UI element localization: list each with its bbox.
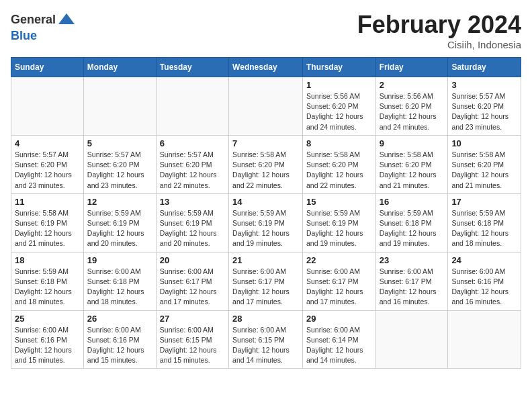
- day-number: 9: [380, 138, 445, 148]
- calendar-cell: 4Sunrise: 5:57 AM Sunset: 6:20 PM Daylig…: [11, 135, 84, 193]
- day-info: Sunrise: 5:58 AM Sunset: 6:19 PM Dayligh…: [15, 208, 80, 249]
- calendar-cell: 15Sunrise: 5:59 AM Sunset: 6:19 PM Dayli…: [302, 193, 375, 252]
- calendar-cell: 8Sunrise: 5:58 AM Sunset: 6:20 PM Daylig…: [302, 135, 375, 193]
- calendar-header-row: SundayMondayTuesdayWednesdayThursdayFrid…: [11, 58, 521, 77]
- day-info: Sunrise: 5:58 AM Sunset: 6:20 PM Dayligh…: [380, 150, 445, 191]
- day-info: Sunrise: 5:59 AM Sunset: 6:18 PM Dayligh…: [380, 208, 445, 249]
- day-info: Sunrise: 5:59 AM Sunset: 6:19 PM Dayligh…: [160, 208, 225, 249]
- day-number: 28: [232, 314, 299, 324]
- calendar-cell: 23Sunrise: 6:00 AM Sunset: 6:17 PM Dayli…: [375, 252, 448, 310]
- calendar-cell: 19Sunrise: 6:00 AM Sunset: 6:18 PM Dayli…: [83, 252, 156, 310]
- calendar-cell: 5Sunrise: 5:57 AM Sunset: 6:20 PM Daylig…: [83, 135, 156, 193]
- day-info: Sunrise: 5:57 AM Sunset: 6:20 PM Dayligh…: [160, 150, 225, 191]
- day-info: Sunrise: 5:59 AM Sunset: 6:19 PM Dayligh…: [232, 208, 299, 249]
- day-number: 3: [451, 80, 517, 90]
- logo-icon: [57, 11, 76, 30]
- day-info: Sunrise: 5:59 AM Sunset: 6:18 PM Dayligh…: [451, 208, 517, 249]
- calendar-cell: 1Sunrise: 5:56 AM Sunset: 6:20 PM Daylig…: [302, 77, 375, 136]
- calendar-cell: 14Sunrise: 5:59 AM Sunset: 6:19 PM Dayli…: [229, 193, 303, 252]
- calendar-cell: 17Sunrise: 5:59 AM Sunset: 6:18 PM Dayli…: [448, 193, 521, 252]
- calendar-cell: 21Sunrise: 6:00 AM Sunset: 6:17 PM Dayli…: [229, 252, 303, 310]
- day-number: 15: [306, 197, 372, 207]
- day-number: 22: [306, 255, 372, 265]
- day-number: 10: [451, 138, 517, 148]
- calendar-cell: 2Sunrise: 5:56 AM Sunset: 6:20 PM Daylig…: [375, 77, 448, 136]
- calendar-cell: 11Sunrise: 5:58 AM Sunset: 6:19 PM Dayli…: [11, 193, 84, 252]
- day-info: Sunrise: 5:57 AM Sunset: 6:20 PM Dayligh…: [451, 91, 517, 132]
- calendar-day-header: Friday: [375, 58, 448, 77]
- day-number: 25: [15, 314, 80, 324]
- logo: General Blue: [11, 11, 76, 43]
- calendar-day-header: Wednesday: [229, 58, 303, 77]
- day-info: Sunrise: 6:00 AM Sunset: 6:17 PM Dayligh…: [232, 267, 299, 308]
- calendar-cell: 12Sunrise: 5:59 AM Sunset: 6:19 PM Dayli…: [83, 193, 156, 252]
- calendar-cell: 22Sunrise: 6:00 AM Sunset: 6:17 PM Dayli…: [302, 252, 375, 310]
- day-number: 17: [451, 197, 517, 207]
- page-header: General Blue February 2024 Cisiih, Indon…: [11, 11, 521, 50]
- calendar-cell: 10Sunrise: 5:58 AM Sunset: 6:20 PM Dayli…: [448, 135, 521, 193]
- day-info: Sunrise: 6:00 AM Sunset: 6:18 PM Dayligh…: [87, 267, 152, 308]
- day-number: 29: [306, 314, 372, 324]
- calendar-week-row: 18Sunrise: 5:59 AM Sunset: 6:18 PM Dayli…: [11, 252, 521, 310]
- svg-marker-0: [58, 13, 75, 24]
- day-info: Sunrise: 6:00 AM Sunset: 6:16 PM Dayligh…: [451, 267, 517, 308]
- day-number: 14: [232, 197, 299, 207]
- calendar-cell: 6Sunrise: 5:57 AM Sunset: 6:20 PM Daylig…: [156, 135, 228, 193]
- day-info: Sunrise: 6:00 AM Sunset: 6:15 PM Dayligh…: [160, 325, 225, 366]
- day-number: 27: [160, 314, 225, 324]
- calendar-week-row: 11Sunrise: 5:58 AM Sunset: 6:19 PM Dayli…: [11, 193, 521, 252]
- day-info: Sunrise: 5:56 AM Sunset: 6:20 PM Dayligh…: [306, 91, 372, 132]
- calendar-cell: 13Sunrise: 5:59 AM Sunset: 6:19 PM Dayli…: [156, 193, 228, 252]
- day-number: 12: [87, 197, 152, 207]
- calendar-week-row: 4Sunrise: 5:57 AM Sunset: 6:20 PM Daylig…: [11, 135, 521, 193]
- day-info: Sunrise: 6:00 AM Sunset: 6:17 PM Dayligh…: [306, 267, 372, 308]
- day-number: 1: [306, 80, 372, 90]
- calendar-day-header: Tuesday: [156, 58, 228, 77]
- day-info: Sunrise: 5:57 AM Sunset: 6:20 PM Dayligh…: [87, 150, 152, 191]
- calendar-day-header: Thursday: [302, 58, 375, 77]
- day-number: 16: [380, 197, 445, 207]
- calendar-cell: 9Sunrise: 5:58 AM Sunset: 6:20 PM Daylig…: [375, 135, 448, 193]
- day-number: 2: [380, 80, 445, 90]
- day-info: Sunrise: 5:58 AM Sunset: 6:20 PM Dayligh…: [306, 150, 372, 191]
- calendar-cell: [448, 310, 521, 369]
- day-number: 18: [15, 255, 80, 265]
- calendar-cell: 20Sunrise: 6:00 AM Sunset: 6:17 PM Dayli…: [156, 252, 228, 310]
- calendar-cell: 24Sunrise: 6:00 AM Sunset: 6:16 PM Dayli…: [448, 252, 521, 310]
- day-info: Sunrise: 5:59 AM Sunset: 6:19 PM Dayligh…: [306, 208, 372, 249]
- day-number: 4: [15, 138, 80, 148]
- day-number: 7: [232, 138, 299, 148]
- day-info: Sunrise: 6:00 AM Sunset: 6:15 PM Dayligh…: [232, 325, 299, 366]
- calendar-week-row: 1Sunrise: 5:56 AM Sunset: 6:20 PM Daylig…: [11, 77, 521, 136]
- day-number: 8: [306, 138, 372, 148]
- calendar-day-header: Sunday: [11, 58, 84, 77]
- day-info: Sunrise: 5:57 AM Sunset: 6:20 PM Dayligh…: [15, 150, 80, 191]
- calendar-cell: [229, 77, 303, 136]
- day-info: Sunrise: 5:59 AM Sunset: 6:18 PM Dayligh…: [15, 267, 80, 308]
- logo-general: General: [11, 13, 56, 27]
- calendar-cell: 7Sunrise: 5:58 AM Sunset: 6:20 PM Daylig…: [229, 135, 303, 193]
- day-number: 24: [451, 255, 517, 265]
- day-number: 21: [232, 255, 299, 265]
- calendar-cell: 3Sunrise: 5:57 AM Sunset: 6:20 PM Daylig…: [448, 77, 521, 136]
- logo-blue: Blue: [11, 30, 76, 43]
- month-title: February 2024: [357, 11, 521, 39]
- calendar-cell: 18Sunrise: 5:59 AM Sunset: 6:18 PM Dayli…: [11, 252, 84, 310]
- day-info: Sunrise: 6:00 AM Sunset: 6:17 PM Dayligh…: [160, 267, 225, 308]
- day-info: Sunrise: 5:58 AM Sunset: 6:20 PM Dayligh…: [451, 150, 517, 191]
- calendar-week-row: 25Sunrise: 6:00 AM Sunset: 6:16 PM Dayli…: [11, 310, 521, 369]
- day-info: Sunrise: 6:00 AM Sunset: 6:16 PM Dayligh…: [87, 325, 152, 366]
- location-subtitle: Cisiih, Indonesia: [357, 39, 521, 50]
- day-info: Sunrise: 6:00 AM Sunset: 6:14 PM Dayligh…: [306, 325, 372, 366]
- day-info: Sunrise: 6:00 AM Sunset: 6:16 PM Dayligh…: [15, 325, 80, 366]
- day-number: 23: [380, 255, 445, 265]
- calendar-cell: 26Sunrise: 6:00 AM Sunset: 6:16 PM Dayli…: [83, 310, 156, 369]
- day-number: 19: [87, 255, 152, 265]
- day-number: 26: [87, 314, 152, 324]
- calendar-cell: 25Sunrise: 6:00 AM Sunset: 6:16 PM Dayli…: [11, 310, 84, 369]
- calendar-cell: [83, 77, 156, 136]
- day-number: 13: [160, 197, 225, 207]
- day-info: Sunrise: 6:00 AM Sunset: 6:17 PM Dayligh…: [380, 267, 445, 308]
- day-info: Sunrise: 5:56 AM Sunset: 6:20 PM Dayligh…: [380, 91, 445, 132]
- calendar-cell: 16Sunrise: 5:59 AM Sunset: 6:18 PM Dayli…: [375, 193, 448, 252]
